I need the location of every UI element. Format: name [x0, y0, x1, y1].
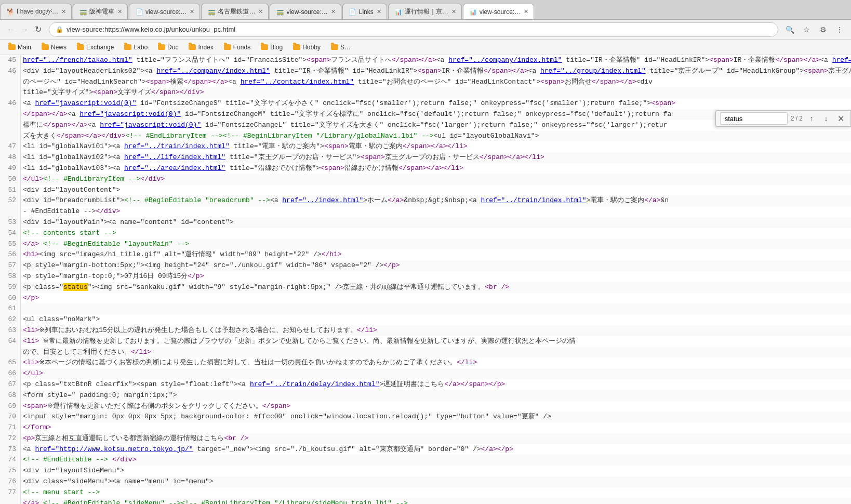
folder-icon-doc	[158, 44, 165, 50]
line-number: 72	[0, 433, 21, 444]
tab-unkoinfo[interactable]: 📊 運行情報｜京… ✕	[388, 4, 462, 19]
find-next-button[interactable]: ↓	[820, 113, 832, 124]
address-bar[interactable]: 🔒 view-source:https://www.keio.co.jp/unk…	[49, 22, 778, 37]
line-content: <form style=" padding:0; margin:1px;">	[21, 390, 851, 401]
tab-viewsource3[interactable]: 📄 view-source:… ✕	[129, 4, 200, 19]
bookmark-funds[interactable]: Funds	[220, 43, 255, 52]
line-content: <div id="layoutContent">	[21, 185, 851, 196]
tab-close-6[interactable]: ✕	[377, 8, 381, 15]
tab-label-2: 阪神電車	[89, 7, 114, 16]
table-row: 46<div id="layoutHeaderLinks02"><a href=…	[0, 66, 851, 77]
nav-bar: ← → ↻ 🔒 view-source:https://www.keio.co.…	[0, 20, 851, 39]
folder-icon-hobby	[293, 44, 300, 50]
bookmark-labo[interactable]: Labo	[120, 43, 152, 52]
bookmark-doc[interactable]: Doc	[154, 43, 182, 52]
line-number: 60	[0, 293, 21, 304]
bookmark-star-button[interactable]: ☆	[799, 22, 814, 37]
folder-icon-funds	[224, 44, 231, 50]
tab-viewsource-active[interactable]: 📊 view-source:… ✕	[463, 4, 534, 19]
bookmark-doc-label: Doc	[167, 44, 178, 51]
tab-i-have-dog[interactable]: 🐕 I have dogが… ✕	[0, 4, 72, 19]
table-row: 74<!-- #EndEditable --> </div>	[0, 455, 851, 466]
line-content: <li id="globalNavi02"><a href="../life/i…	[21, 152, 851, 163]
line-number: 68	[0, 390, 21, 401]
back-button[interactable]: ←	[4, 23, 18, 36]
table-row: 57<p style="margin-bottom:5px;"><img hei…	[0, 260, 851, 271]
line-number: 55	[0, 239, 21, 250]
tab-label-5: view-source:…	[286, 8, 327, 16]
bookmark-s-label: S…	[340, 44, 351, 51]
table-row: 47<li id="globalNavi01"><a href="../trai…	[0, 141, 851, 152]
tab-close-3[interactable]: ✕	[190, 8, 194, 15]
line-number: 46	[0, 98, 21, 109]
line-number: 77	[0, 487, 21, 498]
bookmark-exchange[interactable]: Exchange	[73, 43, 118, 52]
tab-bar: 🐕 I have dogが… ✕ 🚃 阪神電車 ✕ 📄 view-source:…	[0, 0, 851, 20]
forward-button[interactable]: →	[18, 23, 31, 36]
line-content: <a href="http://www.kotsu.metro.tokyo.jp…	[21, 444, 851, 455]
table-row: 63<li>※列車においおむね15分以上の遅れが発生した場合もしくは予想される場…	[0, 325, 851, 336]
line-number: 64	[0, 336, 21, 347]
table-row: 70<input style="margin: 0px 0px 0px 5px;…	[0, 412, 851, 422]
tab-links[interactable]: 📄 Links ✕	[342, 4, 387, 19]
line-content: </a> <!-- #BeginEditable "layoutMain" --…	[21, 239, 851, 250]
line-number: 63	[0, 325, 21, 336]
table-row: title="文字サイズ"><span>文字サイズ</span></div>	[0, 87, 851, 98]
line-number: 52	[0, 195, 21, 206]
search-button[interactable]: 🔍	[782, 22, 797, 37]
bookmark-more[interactable]: S…	[327, 43, 355, 52]
line-number: 46	[0, 66, 21, 77]
folder-icon-labo	[124, 44, 131, 50]
folder-icon-index	[189, 44, 196, 50]
line-number	[0, 131, 21, 142]
menu-button[interactable]: ⋮	[832, 22, 847, 37]
tab-favicon-1: 🐕	[7, 8, 14, 16]
folder-icon-main	[8, 44, 16, 50]
bookmark-main[interactable]: Main	[4, 43, 35, 52]
tab-close-8[interactable]: ✕	[524, 8, 528, 15]
line-number	[0, 87, 21, 98]
reload-button[interactable]: ↻	[31, 23, 45, 36]
bookmark-exchange-label: Exchange	[86, 44, 114, 51]
line-number: 45	[0, 55, 21, 66]
line-content: <li id="globalNavi03"><a href="../area/i…	[21, 163, 851, 174]
find-input[interactable]	[720, 112, 788, 125]
line-content: ので、目安としてご利用ください。</li>	[21, 347, 851, 358]
bookmark-news[interactable]: News	[37, 43, 71, 52]
tab-favicon-7: 📊	[395, 8, 402, 16]
tab-favicon-3: 📄	[136, 8, 143, 16]
line-number: 62	[0, 314, 21, 325]
bookmark-index[interactable]: Index	[184, 43, 217, 52]
tab-favicon-8: 📊	[470, 8, 477, 16]
line-number: 61	[0, 303, 21, 314]
tab-close-1[interactable]: ✕	[61, 8, 66, 15]
tab-close-2[interactable]: ✕	[117, 8, 122, 15]
tab-close-4[interactable]: ✕	[258, 8, 263, 15]
bookmark-blog[interactable]: Blog	[257, 43, 287, 52]
table-row: 48<li id="globalNavi02"><a href="../life…	[0, 152, 851, 163]
find-prev-button[interactable]: ↑	[806, 113, 817, 124]
tab-close-5[interactable]: ✕	[331, 8, 336, 15]
tab-label-6: Links	[359, 8, 374, 16]
line-content: <p>京王線と相互直通運転している都営新宿線の運行情報はこちら<br />	[21, 433, 851, 444]
tab-viewsource5[interactable]: 🚃 view-source:… ✕	[270, 4, 341, 19]
line-number: 56	[0, 249, 21, 260]
table-row: 64<li> ※常に最新の情報を更新しております。ご覧の際はブラウザの「更新」ボ…	[0, 336, 851, 347]
line-number	[0, 109, 21, 120]
tab-hanshin[interactable]: 🚃 阪神電車 ✕	[73, 4, 128, 19]
find-close-button[interactable]: ✕	[835, 113, 846, 124]
table-row: 52<div id="breadcrumbList"><!-- #BeginEd…	[0, 195, 851, 206]
line-number: 53	[0, 217, 21, 228]
folder-icon-blog	[261, 44, 268, 50]
tab-close-7[interactable]: ✕	[451, 8, 456, 15]
tab-nagoya[interactable]: 🚃 名古屋鉄道… ✕	[201, 4, 269, 19]
line-content: <a href="javascript:void(0)" id="Fontsiz…	[21, 98, 851, 109]
table-row: 59<p class="status"><img src="sankaku.gi…	[0, 282, 851, 293]
line-number: 59	[0, 282, 21, 293]
bookmark-hobby[interactable]: Hobby	[289, 43, 325, 52]
line-content: <span>※運行情報を更新いただく際は右側のボタンをクリックしてください。</…	[21, 401, 851, 412]
lock-icon: 🔒	[56, 26, 63, 33]
extensions-button[interactable]: ⚙	[816, 22, 830, 37]
table-row: 46<a href="javascript:void(0)" id="Fonts…	[0, 98, 851, 109]
table-row: 61	[0, 303, 851, 314]
